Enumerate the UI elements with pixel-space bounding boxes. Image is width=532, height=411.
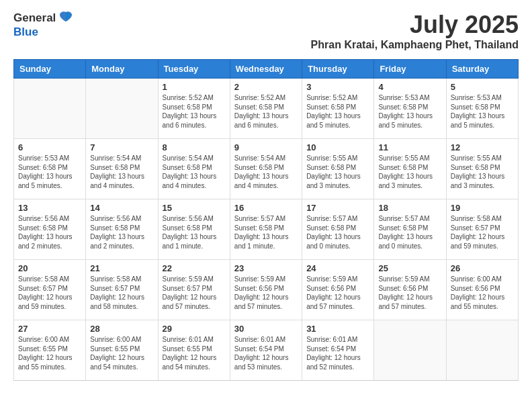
calendar-day-cell xyxy=(86,79,158,139)
day-info: Sunrise: 6:00 AMSunset: 6:55 PMDaylight:… xyxy=(90,335,153,371)
day-info: Sunrise: 5:59 AMSunset: 6:56 PMDaylight:… xyxy=(378,275,441,311)
calendar-day-cell: 2Sunrise: 5:52 AMSunset: 6:58 PMDaylight… xyxy=(230,79,302,139)
day-number: 10 xyxy=(306,142,369,152)
calendar-day-cell: 24Sunrise: 5:59 AMSunset: 6:56 PMDayligh… xyxy=(302,260,374,320)
calendar-day-cell: 19Sunrise: 5:58 AMSunset: 6:57 PMDayligh… xyxy=(446,199,518,260)
day-info: Sunrise: 5:56 AMSunset: 6:58 PMDaylight:… xyxy=(90,214,153,250)
day-number: 1 xyxy=(163,82,226,92)
day-number: 2 xyxy=(234,82,298,92)
day-number: 6 xyxy=(18,142,81,152)
day-number: 5 xyxy=(451,82,514,92)
calendar-week-row: 6Sunrise: 5:53 AMSunset: 6:58 PMDaylight… xyxy=(14,139,519,199)
day-number: 8 xyxy=(163,142,226,152)
calendar-week-row: 27Sunrise: 6:00 AMSunset: 6:55 PMDayligh… xyxy=(14,320,519,381)
calendar-day-cell: 18Sunrise: 5:57 AMSunset: 6:58 PMDayligh… xyxy=(374,199,446,260)
day-number: 30 xyxy=(234,324,298,334)
calendar-day-cell: 22Sunrise: 5:59 AMSunset: 6:57 PMDayligh… xyxy=(158,260,230,320)
day-number: 20 xyxy=(18,263,81,273)
day-info: Sunrise: 5:52 AMSunset: 6:58 PMDaylight:… xyxy=(163,93,226,130)
calendar-day-cell: 1Sunrise: 5:52 AMSunset: 6:58 PMDaylight… xyxy=(158,79,230,139)
day-number: 31 xyxy=(306,324,369,334)
calendar-day-cell: 21Sunrise: 5:58 AMSunset: 6:57 PMDayligh… xyxy=(86,260,158,320)
day-number: 12 xyxy=(451,142,514,152)
day-info: Sunrise: 5:54 AMSunset: 6:58 PMDaylight:… xyxy=(163,154,226,190)
day-number: 3 xyxy=(306,82,369,92)
logo: General Blue xyxy=(13,11,75,39)
day-info: Sunrise: 6:00 AMSunset: 6:56 PMDaylight:… xyxy=(451,275,514,311)
calendar-day-cell: 6Sunrise: 5:53 AMSunset: 6:58 PMDaylight… xyxy=(14,139,86,199)
calendar-day-cell: 4Sunrise: 5:53 AMSunset: 6:58 PMDaylight… xyxy=(374,79,446,139)
day-number: 4 xyxy=(378,82,441,92)
day-info: Sunrise: 5:55 AMSunset: 6:58 PMDaylight:… xyxy=(451,154,514,190)
weekday-header: Monday xyxy=(86,60,158,79)
day-info: Sunrise: 5:55 AMSunset: 6:58 PMDaylight:… xyxy=(378,154,441,190)
calendar-header-row: SundayMondayTuesdayWednesdayThursdayFrid… xyxy=(14,60,519,79)
day-number: 28 xyxy=(90,324,153,334)
calendar-day-cell: 14Sunrise: 5:56 AMSunset: 6:58 PMDayligh… xyxy=(86,199,158,260)
calendar-day-cell: 30Sunrise: 6:01 AMSunset: 6:54 PMDayligh… xyxy=(230,320,302,381)
day-number: 14 xyxy=(90,203,153,213)
day-info: Sunrise: 5:59 AMSunset: 6:56 PMDaylight:… xyxy=(234,275,298,311)
day-info: Sunrise: 5:59 AMSunset: 6:57 PMDaylight:… xyxy=(163,275,226,311)
day-number: 27 xyxy=(18,324,81,334)
day-number: 25 xyxy=(378,263,441,273)
calendar-day-cell: 27Sunrise: 6:00 AMSunset: 6:55 PMDayligh… xyxy=(14,320,86,381)
weekday-header: Tuesday xyxy=(158,60,230,79)
calendar-day-cell: 15Sunrise: 5:56 AMSunset: 6:58 PMDayligh… xyxy=(158,199,230,260)
day-number: 22 xyxy=(163,263,226,273)
day-number: 9 xyxy=(234,142,298,152)
weekday-header: Friday xyxy=(374,60,446,79)
day-info: Sunrise: 5:52 AMSunset: 6:58 PMDaylight:… xyxy=(234,93,298,130)
page-header: General Blue July 2025 Phran Kratai, Kam… xyxy=(13,11,519,51)
day-info: Sunrise: 6:00 AMSunset: 6:55 PMDaylight:… xyxy=(18,335,81,371)
calendar-day-cell xyxy=(14,79,86,139)
day-info: Sunrise: 5:52 AMSunset: 6:58 PMDaylight:… xyxy=(306,93,369,130)
calendar-day-cell: 28Sunrise: 6:00 AMSunset: 6:55 PMDayligh… xyxy=(86,320,158,381)
calendar-week-row: 1Sunrise: 5:52 AMSunset: 6:58 PMDaylight… xyxy=(14,79,519,139)
calendar-day-cell: 25Sunrise: 5:59 AMSunset: 6:56 PMDayligh… xyxy=(374,260,446,320)
day-info: Sunrise: 5:57 AMSunset: 6:58 PMDaylight:… xyxy=(234,214,298,250)
day-number: 24 xyxy=(306,263,369,273)
day-number: 29 xyxy=(163,324,226,334)
calendar-day-cell: 16Sunrise: 5:57 AMSunset: 6:58 PMDayligh… xyxy=(230,199,302,260)
weekday-header: Thursday xyxy=(302,60,374,79)
calendar-day-cell: 13Sunrise: 5:56 AMSunset: 6:58 PMDayligh… xyxy=(14,199,86,260)
day-info: Sunrise: 5:53 AMSunset: 6:58 PMDaylight:… xyxy=(451,93,514,130)
day-info: Sunrise: 5:58 AMSunset: 6:57 PMDaylight:… xyxy=(451,214,514,250)
day-number: 23 xyxy=(234,263,298,273)
day-info: Sunrise: 5:57 AMSunset: 6:58 PMDaylight:… xyxy=(378,214,441,250)
calendar-day-cell: 23Sunrise: 5:59 AMSunset: 6:56 PMDayligh… xyxy=(230,260,302,320)
day-number: 11 xyxy=(378,142,441,152)
day-number: 21 xyxy=(90,263,153,273)
calendar-day-cell: 8Sunrise: 5:54 AMSunset: 6:58 PMDaylight… xyxy=(158,139,230,199)
calendar-day-cell: 31Sunrise: 6:01 AMSunset: 6:54 PMDayligh… xyxy=(302,320,374,381)
calendar-day-cell xyxy=(374,320,446,381)
weekday-header: Sunday xyxy=(14,60,86,79)
calendar-day-cell: 12Sunrise: 5:55 AMSunset: 6:58 PMDayligh… xyxy=(446,139,518,199)
logo-text-blue: Blue xyxy=(13,26,38,38)
day-info: Sunrise: 5:56 AMSunset: 6:58 PMDaylight:… xyxy=(18,214,81,250)
day-info: Sunrise: 5:54 AMSunset: 6:58 PMDaylight:… xyxy=(234,154,298,190)
day-info: Sunrise: 5:54 AMSunset: 6:58 PMDaylight:… xyxy=(90,154,153,190)
month-title: July 2025 xyxy=(311,11,519,39)
day-info: Sunrise: 5:58 AMSunset: 6:57 PMDaylight:… xyxy=(18,275,81,311)
calendar-table: SundayMondayTuesdayWednesdayThursdayFrid… xyxy=(13,59,519,381)
day-info: Sunrise: 5:57 AMSunset: 6:58 PMDaylight:… xyxy=(306,214,369,250)
day-number: 19 xyxy=(451,203,514,213)
calendar-day-cell: 17Sunrise: 5:57 AMSunset: 6:58 PMDayligh… xyxy=(302,199,374,260)
day-info: Sunrise: 5:59 AMSunset: 6:56 PMDaylight:… xyxy=(306,275,369,311)
day-number: 26 xyxy=(451,263,514,273)
day-info: Sunrise: 6:01 AMSunset: 6:55 PMDaylight:… xyxy=(163,335,226,371)
title-section: July 2025 Phran Kratai, Kamphaeng Phet, … xyxy=(311,11,519,51)
day-info: Sunrise: 5:55 AMSunset: 6:58 PMDaylight:… xyxy=(306,154,369,190)
day-info: Sunrise: 5:58 AMSunset: 6:57 PMDaylight:… xyxy=(90,275,153,311)
calendar-day-cell: 20Sunrise: 5:58 AMSunset: 6:57 PMDayligh… xyxy=(14,260,86,320)
calendar-day-cell: 5Sunrise: 5:53 AMSunset: 6:58 PMDaylight… xyxy=(446,79,518,139)
day-number: 13 xyxy=(18,203,81,213)
day-number: 17 xyxy=(306,203,369,213)
calendar-day-cell: 3Sunrise: 5:52 AMSunset: 6:58 PMDaylight… xyxy=(302,79,374,139)
calendar-day-cell: 7Sunrise: 5:54 AMSunset: 6:58 PMDaylight… xyxy=(86,139,158,199)
day-info: Sunrise: 6:01 AMSunset: 6:54 PMDaylight:… xyxy=(234,335,298,371)
calendar-day-cell: 26Sunrise: 6:00 AMSunset: 6:56 PMDayligh… xyxy=(446,260,518,320)
calendar-day-cell: 11Sunrise: 5:55 AMSunset: 6:58 PMDayligh… xyxy=(374,139,446,199)
